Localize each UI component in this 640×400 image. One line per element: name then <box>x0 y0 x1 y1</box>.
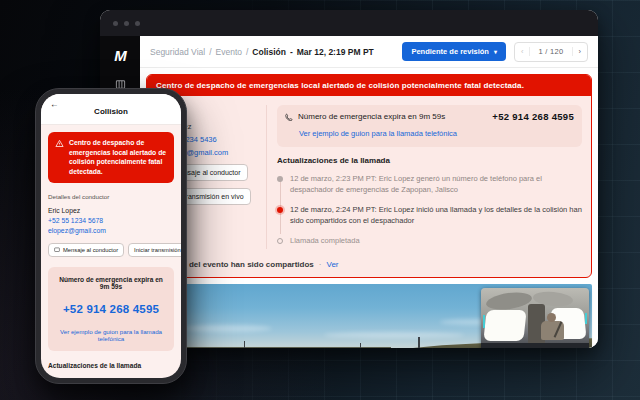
timeline-dot-active <box>277 207 283 213</box>
pager-next-button[interactable]: › <box>572 47 588 56</box>
phone-driver-email-link[interactable]: elopez@gmail.com <box>48 227 174 234</box>
chat-icon <box>54 247 60 253</box>
window-titlebar <box>100 10 598 36</box>
breadcrumb-section[interactable]: Seguridad Vial <box>150 47 205 57</box>
window-control-dot <box>113 21 118 26</box>
review-status-label: Pendiente de revisión <box>411 47 489 56</box>
timeline-dot-done <box>277 176 283 182</box>
phone-dispatch-alert: Centro de despacho de emergencias local … <box>48 132 174 183</box>
phone-message-driver-button[interactable]: Mensaje al conductor <box>48 243 124 257</box>
timeline-text: 12 de marzo, 2:24 PM PT: Eric Lopez inic… <box>290 205 582 225</box>
cab-light <box>585 313 587 324</box>
dashboard <box>481 343 589 348</box>
roadside-pole <box>360 343 361 348</box>
emergency-expiry-label: Número de emergencia expira en 9m 59s <box>298 112 445 121</box>
cloud <box>324 332 464 338</box>
timeline-item: 12 de marzo, 2:23 PM PT: Eric Lopez gene… <box>290 174 582 196</box>
phone-driver-phone-link[interactable]: +52 55 1234 5678 <box>48 217 174 224</box>
event-shared-footer: Detalles del evento han sido compartidos… <box>147 257 591 277</box>
phone-live-stream-button[interactable]: Iniciar transmisión en vivo <box>128 243 181 257</box>
event-topbar: Seguridad Vial / Evento / Colisión - Mar… <box>140 36 598 68</box>
dispatch-alert-banner: Centro de despacho de emergencias local … <box>147 75 591 96</box>
motive-logo: M <box>114 47 126 64</box>
chevron-down-icon: ▾ <box>494 48 497 55</box>
event-pager: ‹ 1 / 120 › <box>514 42 588 62</box>
title-separator: - <box>290 47 293 57</box>
phone-call-script-link[interactable]: Ver ejemplo de guion para la llamada tel… <box>54 328 168 342</box>
page-title: Colisión <box>252 47 286 57</box>
timeline-text: Llamada completada <box>290 236 360 245</box>
timeline-item: Llamada completada <box>290 236 582 247</box>
call-script-link[interactable]: Ver ejemplo de guion para la llamada tel… <box>299 129 457 138</box>
timeline-text: 12 de marzo, 2:23 PM PT: Eric Lopez gene… <box>290 174 542 194</box>
timeline-dot-pending <box>277 238 283 244</box>
cab-light <box>483 315 485 328</box>
back-arrow-icon[interactable]: ← <box>50 99 59 109</box>
pager-prev-button[interactable]: ‹ <box>515 47 531 56</box>
review-status-button[interactable]: Pendiente de revisión ▾ <box>402 42 506 61</box>
emergency-number-card: Número de emergencia expira en 9m 59s +5… <box>277 105 582 147</box>
driver-camera-still[interactable] <box>481 288 589 348</box>
call-timeline: 12 de marzo, 2:23 PM PT: Eric Lopez gene… <box>277 174 582 246</box>
phone-message-label: Mensaje al conductor <box>63 247 118 253</box>
timeline-item: 12 de marzo, 2:24 PM PT: Eric Lopez inic… <box>290 205 582 227</box>
event-date: Mar 12, 2:19 PM PT <box>297 47 374 57</box>
pager-position: 1 / 120 <box>530 47 571 56</box>
call-updates-heading: Actualizaciones de la llamada <box>277 156 582 165</box>
breadcrumb-subsection[interactable]: Evento <box>216 47 242 57</box>
phone-updates-heading: Actualizaciones de la llamada <box>48 362 174 369</box>
call-updates-column: Número de emergencia expira en 9m 59s +5… <box>277 105 582 255</box>
phone-emergency-label: Número de emergencia expira en 9m 59s <box>54 276 168 290</box>
emergency-number: +52 914 268 4595 <box>492 111 574 122</box>
dot-separator: · <box>319 260 322 269</box>
phone-driver-name: Eric Lopez <box>48 207 174 214</box>
phone-mockup: ← Collision Centro de despacho de emerge… <box>35 88 187 384</box>
phone-driver-heading: Detalles del conductor <box>48 193 174 200</box>
column-divider <box>266 105 267 249</box>
window-control-dot <box>124 21 129 26</box>
breadcrumb-separator: / <box>209 47 211 57</box>
phone-alert-text: Centro de despacho de emergencias local … <box>69 138 167 177</box>
phone-stream-label: Iniciar transmisión en vivo <box>134 247 181 253</box>
cab-window <box>483 310 526 341</box>
phone-emergency-number[interactable]: +52 914 268 4595 <box>54 303 168 315</box>
warning-triangle-icon <box>55 139 64 148</box>
roadside-pole <box>418 337 420 348</box>
phone-icon <box>285 113 293 121</box>
phone-header: ← Collision <box>41 94 181 125</box>
phone-page-title: Collision <box>94 107 128 116</box>
phone-call-timeline: 12 de marzo, 2:23 PM PT: Eric Lopez gene… <box>48 377 174 378</box>
cloud <box>182 325 272 332</box>
breadcrumb: Seguridad Vial / Evento / Colisión - Mar… <box>150 47 374 57</box>
breadcrumb-separator: / <box>246 47 248 57</box>
phone-screen: ← Collision Centro de despacho de emerge… <box>41 94 181 378</box>
window-control-dot <box>135 21 140 26</box>
timeline-item: 12 de marzo, 2:23 PM PT: Eric Lopez gene… <box>59 377 174 378</box>
phone-emergency-card: Número de emergencia expira en 9m 59s +5… <box>48 267 174 351</box>
view-shared-details-link[interactable]: Ver <box>327 260 339 269</box>
event-page: Centro de despacho de emergencias local … <box>140 68 598 348</box>
dashcam-media <box>146 284 592 348</box>
roadside-pole <box>244 341 245 348</box>
collision-alert-panel: Centro de despacho de emergencias local … <box>146 74 592 278</box>
